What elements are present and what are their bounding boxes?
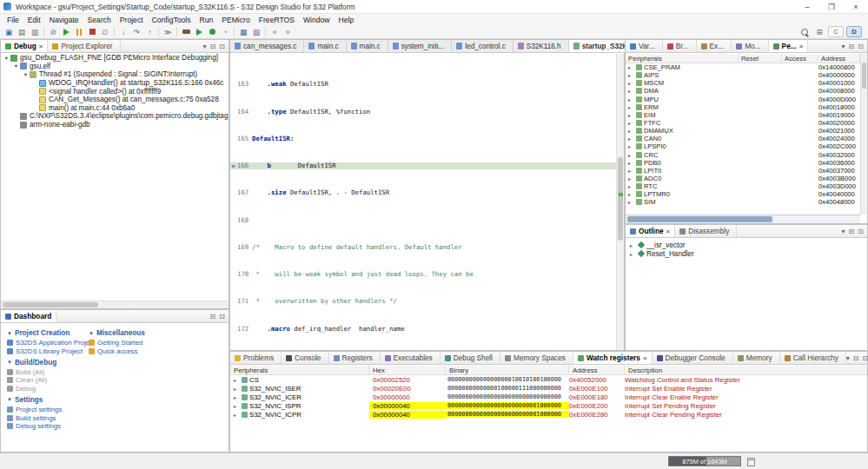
column-header[interactable]: Access (782, 54, 818, 63)
expander-icon[interactable] (234, 412, 240, 418)
expander-icon[interactable] (234, 403, 240, 409)
debug-tree-item[interactable]: C:\NXP\S32DS.3.4\eclipse\plugins\com.pem… (1, 112, 229, 121)
code-line[interactable]: 168 (230, 217, 616, 224)
view-tab[interactable]: Ex... (697, 40, 732, 52)
close-icon[interactable]: × (666, 228, 671, 235)
vertical-scrollbar[interactable] (616, 54, 624, 350)
view-tab[interactable]: Debugger Console (653, 352, 733, 364)
step-over-icon[interactable]: ↷ (130, 26, 142, 37)
column-header[interactable]: Address (818, 54, 860, 63)
horizontal-scrollbar[interactable] (626, 215, 860, 223)
expander-icon[interactable] (628, 152, 634, 158)
table-row[interactable]: EIM 0x40019000 (626, 111, 860, 119)
new-wizard-icon[interactable]: ▣ (3, 26, 15, 37)
profile-icon[interactable]: ◔ (219, 26, 231, 37)
step-return-icon[interactable]: ↑ (143, 26, 156, 37)
view-tab[interactable]: Registers (329, 352, 381, 364)
settings-link[interactable]: Build settings (7, 413, 87, 421)
menu-item[interactable]: File (3, 16, 23, 24)
code-line[interactable]: ▶166 b DefaultISR (230, 162, 616, 169)
view-tab[interactable]: Project Explorer (48, 40, 120, 52)
view-menu-icon[interactable]: ▾ (842, 228, 845, 235)
debug-tree-item[interactable]: CAN_Get_Messages() at can_messages.c:75 … (1, 96, 229, 104)
register-row[interactable]: S32_NVIC_ICER 0x00000000 000000000000000… (230, 393, 867, 401)
view-tab[interactable]: Executables (381, 352, 441, 364)
save-all-icon[interactable]: ▥ (29, 26, 41, 37)
maximize-view-icon[interactable]: ⊡ (858, 43, 864, 50)
view-tab[interactable]: Debug Shell (441, 352, 500, 364)
minimize-view-icon[interactable]: ⊟ (849, 43, 855, 50)
menu-item[interactable]: PEMicro (217, 16, 254, 24)
dashboard-action[interactable]: Debug (7, 385, 87, 393)
expander-icon[interactable] (630, 251, 636, 257)
editor-tab[interactable]: led_control.c (452, 40, 513, 52)
scrollbar-thumb[interactable] (3, 302, 98, 307)
step-into-icon[interactable]: ↓ (117, 26, 129, 37)
debug-icon[interactable] (206, 26, 218, 37)
code-line[interactable]: 171 * overwritten by other handlers */ (230, 298, 616, 305)
disconnect-icon[interactable]: ∅ (99, 26, 111, 37)
search-icon[interactable] (798, 26, 811, 37)
menu-item[interactable]: Project (116, 16, 148, 24)
expander-icon[interactable] (628, 128, 634, 134)
dashboard-link[interactable]: S32DS Application Project (7, 339, 87, 347)
editor-tab[interactable]: can_messages.c (230, 40, 304, 52)
expander-icon[interactable] (234, 386, 240, 392)
line-number[interactable]: 167 (237, 189, 252, 196)
menu-item[interactable]: Run (195, 16, 217, 24)
dashboard-link[interactable]: Quick access (89, 347, 227, 354)
line-number[interactable]: 171 (237, 298, 252, 305)
expander-icon[interactable] (628, 175, 634, 182)
maximize-button[interactable]: ❐ (819, 0, 844, 13)
code-line[interactable]: 167 .size DefaultISR, . - DefaultISR (230, 189, 616, 196)
line-number[interactable]: 170 (237, 271, 252, 278)
view-tab[interactable]: Call Hierarchy (780, 352, 846, 364)
separator[interactable] (158, 27, 159, 36)
settings-link[interactable]: Debug settings (7, 422, 87, 430)
table-row[interactable]: ADC0 0x4003B000 (626, 175, 860, 182)
view-tab[interactable]: Watch registers × (573, 352, 653, 364)
scrollbar-thumb[interactable] (862, 63, 866, 89)
view-tab[interactable]: Problems (230, 352, 282, 364)
skip-breakpoints-icon[interactable]: ⊘ (47, 26, 59, 37)
close-icon[interactable]: × (799, 43, 804, 50)
column-header[interactable]: Peripherals (626, 54, 739, 63)
menu-item[interactable]: Window (299, 16, 335, 24)
maximize-view-icon[interactable]: ⊡ (863, 354, 868, 362)
debug-tree-item[interactable]: ▾ Thread #1 (Suspended : Signal : SIGINT… (1, 70, 229, 79)
outline-item[interactable]: Reset_Handler (626, 249, 867, 258)
table-row[interactable]: CSE_PRAM 0x14000800 (626, 63, 860, 71)
debug-tree-item[interactable]: arm-none-eabi-gdb (1, 121, 229, 129)
table-row[interactable]: RTC 0x4003D000 (626, 182, 860, 190)
table-row[interactable]: SIM 0x40048000 (626, 198, 860, 206)
tab-dashboard[interactable]: Dashboard (1, 310, 56, 322)
line-number[interactable]: 168 (237, 217, 252, 224)
column-header[interactable]: Address (569, 366, 625, 374)
new-file-icon[interactable]: ▦ (237, 26, 249, 37)
menu-item[interactable]: Search (83, 16, 116, 24)
table-row[interactable]: LPSPI0 0x4002C000 (626, 142, 860, 150)
separator[interactable] (176, 27, 177, 36)
suspend-icon[interactable] (73, 26, 85, 37)
table-row[interactable]: FTFC 0x40020000 (626, 119, 860, 127)
code-line[interactable]: 172 .macro def_irq_handler handler_name (230, 326, 616, 333)
code-line[interactable]: 165DefaultISR: (230, 135, 616, 142)
column-header[interactable]: Peripherals (230, 366, 369, 374)
register-row[interactable]: S32_NVIC_ISER 0x00020E00 000000000000001… (230, 384, 867, 393)
minimize-view-icon[interactable]: ⊟ (849, 228, 855, 235)
resume-icon[interactable] (60, 26, 72, 37)
debug-tree-item[interactable]: ▾ gsu.elf (1, 63, 229, 71)
table-row[interactable]: PDB0 0x40036000 (626, 159, 860, 167)
view-tab[interactable]: Disassembly (675, 225, 737, 237)
code-line[interactable]: 169/* Macro to define default handlers. … (230, 244, 616, 251)
code-line[interactable]: 164 .type DefaultISR, %function (230, 109, 616, 116)
table-row[interactable]: MPU 0x4000D000 (626, 96, 860, 103)
minimize-view-icon[interactable]: ⊟ (210, 43, 216, 50)
register-row[interactable]: CS 0x00002520 00000000000000000010010100… (230, 375, 867, 384)
expander-icon[interactable] (628, 88, 634, 94)
table-row[interactable]: AIPS 0x40000000 (626, 71, 860, 79)
cpp-perspective-button[interactable]: C (828, 26, 844, 37)
horizontal-scrollbar[interactable] (1, 301, 229, 308)
editor-tab[interactable]: S32K116.h (514, 40, 569, 52)
save-icon[interactable]: ▤ (16, 26, 28, 37)
